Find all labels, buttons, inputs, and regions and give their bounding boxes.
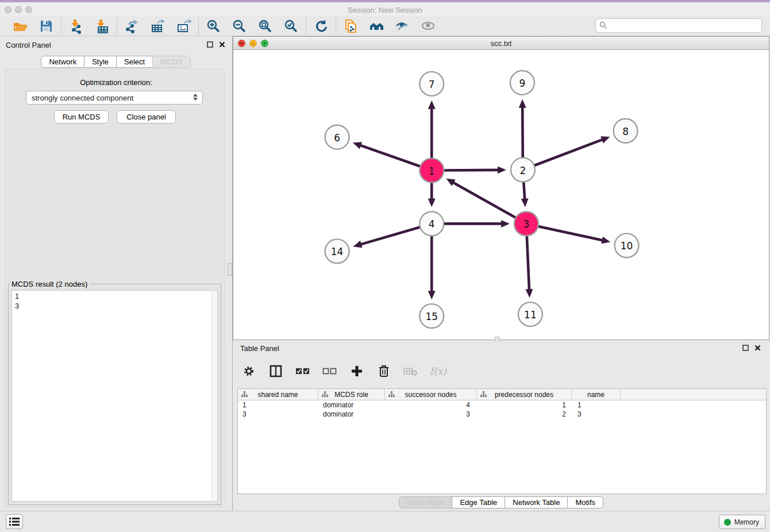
import-table-icon[interactable]: [94, 18, 110, 34]
zoom-fit-icon[interactable]: [257, 18, 273, 34]
search-field[interactable]: [595, 18, 762, 33]
delete-table-icon[interactable]: [403, 364, 418, 379]
hide-selected-icon[interactable]: [395, 18, 410, 34]
node-table[interactable]: shared name MCDS role successor nodes pr…: [237, 388, 767, 494]
search-input[interactable]: [595, 18, 762, 33]
node-table-header: shared name MCDS role successor nodes pr…: [238, 389, 766, 400]
edge-arrowhead: [521, 198, 529, 207]
panel-splitter-handle[interactable]: [228, 263, 232, 276]
table-cell[interactable]: 1: [477, 401, 572, 409]
export-image-icon[interactable]: [176, 18, 191, 34]
tab-network[interactable]: Network: [41, 56, 84, 68]
clone-network-icon[interactable]: [343, 18, 359, 34]
edge-arrowhead: [601, 237, 610, 244]
graph-edge-1-2[interactable]: [443, 170, 499, 171]
table-cell[interactable]: 4: [385, 401, 477, 409]
tab-mcds[interactable]: MCDS: [152, 56, 190, 68]
table-settings-gear-icon[interactable]: [241, 364, 256, 379]
table-cell[interactable]: 2: [477, 410, 572, 418]
optimization-criterion-select[interactable]: strongly connected component: [26, 91, 203, 105]
graph-node-label: 1: [429, 165, 435, 177]
run-mcds-button[interactable]: Run MCDS: [54, 110, 109, 124]
show-all-icon[interactable]: [421, 18, 436, 34]
graph-edge-3-10[interactable]: [537, 226, 603, 241]
create-column-plus-icon[interactable]: [349, 364, 364, 379]
delete-column-trash-icon[interactable]: [376, 364, 391, 379]
tab-network-table[interactable]: Network Table: [505, 496, 568, 508]
function-builder-icon[interactable]: f(x): [430, 365, 446, 377]
close-table-panel-icon[interactable]: [754, 345, 761, 351]
graph-edge-2-9[interactable]: [522, 107, 523, 159]
graph-node-label: 10: [621, 240, 633, 252]
export-table-icon[interactable]: [150, 18, 165, 34]
status-bar: Memory: [0, 511, 770, 532]
result-line: 3: [15, 301, 214, 311]
zoom-in-icon[interactable]: [206, 18, 221, 34]
network-canvas[interactable]: 7968124314101511: [233, 51, 769, 340]
control-panel: Control Panel Network Style Select MCDS …: [0, 36, 232, 511]
tab-select[interactable]: Select: [116, 56, 153, 68]
float-table-panel-icon[interactable]: [742, 345, 749, 351]
memory-status-dot: [724, 519, 731, 526]
column-header-predecessor-nodes[interactable]: predecessor nodes: [477, 389, 572, 400]
tab-style[interactable]: Style: [84, 56, 117, 68]
graph-edge-1-6[interactable]: [360, 145, 421, 167]
table-cell[interactable]: dominator: [318, 410, 385, 418]
table-row[interactable]: 3dominator323: [238, 410, 766, 419]
column-header-successor-nodes[interactable]: successor nodes: [385, 389, 477, 400]
table-cell[interactable]: 1: [572, 401, 621, 409]
open-file-icon[interactable]: [13, 18, 28, 34]
refresh-icon[interactable]: [313, 18, 329, 34]
tab-node-table[interactable]: Node Table: [399, 496, 453, 508]
graph-edge-4-14[interactable]: [360, 227, 421, 245]
column-header-mcds-role[interactable]: MCDS role: [318, 389, 385, 400]
edge-arrowhead: [428, 198, 436, 207]
graph-node-label: 7: [429, 79, 435, 90]
graph-node-label: 4: [429, 218, 435, 230]
result-line: 1: [15, 291, 214, 301]
unselect-all-columns-icon[interactable]: [322, 364, 337, 379]
table-cell[interactable]: 3: [238, 410, 318, 418]
edge-arrowhead: [353, 142, 362, 149]
graph-edge-3-11[interactable]: [527, 235, 529, 290]
table-cell[interactable]: 3: [385, 410, 477, 418]
zoom-out-icon[interactable]: [232, 18, 247, 34]
table-toolbar: f(x): [241, 361, 446, 381]
float-panel-icon[interactable]: [207, 41, 213, 48]
mcds-result-textarea[interactable]: 1 3: [11, 290, 218, 502]
network-window-titlebar[interactable]: ✕ − + scc.txt: [233, 37, 769, 50]
graph-edge-2-8[interactable]: [534, 140, 603, 166]
column-header-shared-name[interactable]: shared name: [238, 389, 318, 400]
graph-node-label: 8: [622, 126, 629, 137]
save-session-icon[interactable]: [38, 18, 54, 34]
first-neighbors-icon[interactable]: [369, 18, 384, 34]
select-all-columns-icon[interactable]: [295, 364, 310, 379]
hierarchy-icon: [241, 391, 248, 398]
close-panel-icon[interactable]: [219, 41, 225, 48]
show-column-icon[interactable]: [268, 364, 283, 379]
mcds-result-group: MCDS result (2 nodes) 1 3: [8, 280, 221, 505]
export-network-icon[interactable]: [124, 18, 140, 34]
table-row[interactable]: 1dominator411: [238, 400, 766, 410]
table-cell[interactable]: 3: [572, 410, 621, 418]
table-cell[interactable]: dominator: [318, 401, 385, 409]
memory-button[interactable]: Memory: [719, 515, 765, 529]
graph-edge-3-1[interactable]: [453, 182, 517, 218]
network-view-window: ✕ − + scc.txt 7968124314101511: [233, 36, 769, 340]
column-header-name[interactable]: name: [572, 389, 621, 400]
control-panel-tabs: Network Style Select MCDS: [0, 56, 232, 68]
tab-edge-table[interactable]: Edge Table: [452, 496, 505, 508]
close-panel-button[interactable]: Close panel: [117, 110, 176, 124]
memory-label: Memory: [734, 518, 759, 526]
task-history-button[interactable]: [6, 514, 23, 529]
tab-motifs[interactable]: Motifs: [567, 496, 603, 508]
edge-arrowhead: [353, 241, 362, 248]
graph-edge-2-3[interactable]: [523, 182, 525, 200]
graph-node-label: 11: [524, 309, 537, 321]
zoom-selected-icon[interactable]: [283, 18, 299, 34]
result-scrollbar[interactable]: [211, 291, 217, 500]
import-network-icon[interactable]: [68, 18, 84, 34]
table-cell[interactable]: 1: [238, 401, 318, 409]
graph-node-label: 6: [334, 132, 340, 144]
session-title: Session: New Session: [0, 6, 770, 14]
